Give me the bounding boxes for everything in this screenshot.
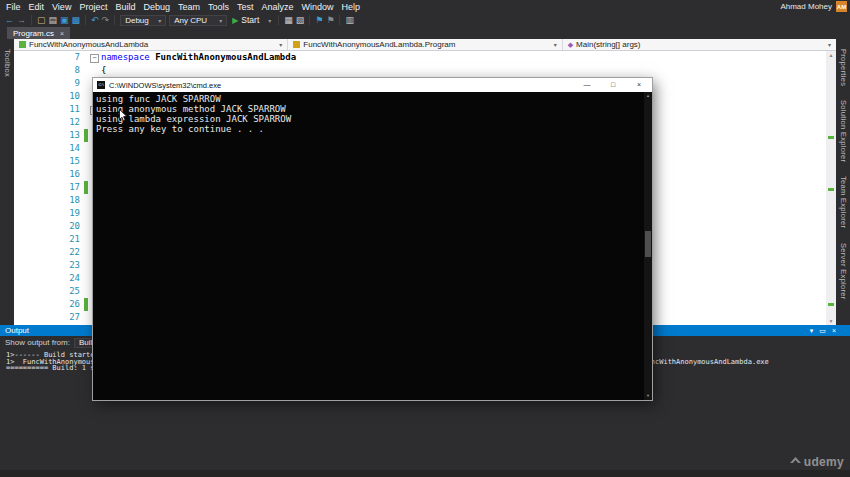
scroll-down-icon[interactable]: ▼	[826, 318, 836, 324]
output-panel-title: Output	[5, 326, 29, 335]
menu-item-help[interactable]: Help	[338, 2, 365, 12]
nav-forward-icon[interactable]: →	[17, 14, 26, 26]
menu-bar: FileEditViewProjectBuildDebugTeamToolsTe…	[0, 0, 850, 13]
line-number: 21	[50, 233, 82, 246]
panel-tab-team-explorer[interactable]: Team Explorer	[839, 176, 848, 228]
menu-item-tools[interactable]: Tools	[204, 2, 233, 12]
right-tool-strip: PropertiesSolution ExplorerTeam Explorer…	[836, 39, 850, 325]
toolbar-separator	[278, 15, 279, 25]
maximize-button[interactable]: □	[600, 78, 626, 92]
line-number: 13	[50, 129, 82, 142]
comment-icon[interactable]: ▥	[345, 14, 354, 26]
bookmark-alt-icon[interactable]: ⚑	[326, 14, 334, 26]
app-window: FileEditViewProjectBuildDebugTeamToolsTe…	[0, 0, 850, 477]
change-mark	[828, 303, 834, 306]
scroll-up-icon[interactable]: ▲	[644, 93, 652, 99]
line-number: 23	[50, 259, 82, 272]
line-number: 26	[50, 298, 82, 311]
fold-margin[interactable]: −	[88, 51, 101, 64]
new-project-icon[interactable]: ▢	[37, 14, 46, 26]
user-name[interactable]: Ahmad Mohey	[780, 2, 832, 11]
console-line: using lambda expression JACK SPARROW	[96, 114, 644, 124]
close-button[interactable]: ×	[626, 78, 652, 92]
toolbar-separator	[31, 15, 32, 25]
left-tool-strip: Toolbox	[0, 39, 14, 325]
close-icon[interactable]: ×	[60, 30, 64, 37]
menu-item-analyze[interactable]: Analyze	[258, 2, 298, 12]
chevron-down-icon: ▾	[158, 17, 161, 24]
scroll-up-icon[interactable]: ▲	[826, 52, 836, 58]
cmd-icon: C:\	[97, 81, 105, 89]
code-text: namespace FuncWithAnonymousAndLambda	[101, 51, 826, 64]
fold-margin	[88, 64, 101, 77]
platform-dropdown[interactable]: Any CPU ▾	[169, 15, 227, 26]
panel-tab-server-explorer[interactable]: Server Explorer	[839, 243, 848, 300]
chevron-down-icon: ▾	[828, 41, 831, 48]
scrollbar-thumb[interactable]	[645, 231, 651, 257]
save-all-icon[interactable]: ▩	[72, 14, 81, 26]
line-number: 9	[50, 77, 82, 90]
line-number: 7	[50, 51, 82, 64]
line-number: 22	[50, 246, 82, 259]
panel-tab-toolbox[interactable]: Toolbox	[3, 49, 12, 77]
member-dropdown[interactable]: ◆ Main(string[] args) ▾	[563, 39, 836, 50]
editor-line[interactable]: 8{	[14, 64, 826, 77]
menu-item-test[interactable]: Test	[233, 2, 258, 12]
editor-scrollbar[interactable]: ▲ ▼	[826, 51, 836, 325]
line-number: 25	[50, 285, 82, 298]
line-number: 11	[50, 103, 82, 116]
save-icon[interactable]: ▣	[60, 14, 69, 26]
project-dropdown[interactable]: FuncWithAnonymousAndLambda ▾	[14, 39, 288, 50]
toolbar-separator	[85, 15, 86, 25]
configuration-dropdown[interactable]: Debug ▾	[120, 15, 166, 26]
undo-icon[interactable]: ↶	[91, 14, 99, 26]
mouse-cursor	[119, 109, 128, 122]
start-debugging-button[interactable]: ▶ Start ▾	[232, 15, 271, 25]
console-titlebar[interactable]: C:\ C:\WINDOWS\system32\cmd.exe —□×	[93, 78, 652, 92]
menu-item-window[interactable]: Window	[298, 2, 338, 12]
console-scrollbar[interactable]: ▲ ▼	[644, 92, 652, 400]
menu-item-file[interactable]: File	[2, 2, 25, 12]
close-icon[interactable]: ×	[832, 325, 836, 337]
line-number: 24	[50, 272, 82, 285]
console-line: Press any key to continue . . .	[96, 124, 644, 134]
menu-item-debug[interactable]: Debug	[139, 2, 174, 12]
menu-item-project[interactable]: Project	[75, 2, 111, 12]
open-file-icon[interactable]: ▤	[49, 14, 58, 26]
panel-tab-properties[interactable]: Properties	[839, 49, 848, 86]
avatar[interactable]: AM	[836, 1, 847, 12]
menu-item-edit[interactable]: Edit	[25, 2, 49, 12]
class-icon	[293, 41, 300, 48]
show-output-from-label: Show output from:	[5, 338, 70, 347]
chevron-down-icon[interactable]: ▾	[810, 325, 814, 337]
method-icon: ◆	[568, 41, 573, 49]
line-number: 27	[50, 311, 82, 324]
minimize-button[interactable]: —	[574, 78, 600, 92]
find-icon[interactable]: ▧	[296, 14, 305, 26]
menu-item-team[interactable]: Team	[174, 2, 204, 12]
bookmark-icon[interactable]: ⚑	[315, 14, 323, 26]
scroll-down-icon[interactable]: ▼	[644, 393, 652, 399]
class-dropdown[interactable]: FuncWithAnonymousAndLambda.Program ▾	[288, 39, 562, 50]
chevron-down-icon: ▾	[219, 17, 222, 24]
chevron-down-icon: ▾	[279, 41, 282, 48]
project-icon	[19, 41, 26, 48]
run-tests-icon[interactable]: ▦	[284, 14, 293, 26]
line-number: 15	[50, 155, 82, 168]
fold-collapse-icon[interactable]: −	[90, 54, 99, 63]
status-strip	[0, 470, 850, 477]
panel-tab-solution-explorer[interactable]: Solution Explorer	[839, 100, 848, 162]
console-line: using func JACK SPARROW	[96, 94, 644, 104]
menu-item-view[interactable]: View	[48, 2, 75, 12]
change-mark	[828, 188, 834, 191]
change-mark	[828, 136, 834, 139]
line-number: 18	[50, 194, 82, 207]
redo-icon[interactable]: ↷	[102, 14, 110, 26]
menu-item-build[interactable]: Build	[111, 2, 139, 12]
float-window-icon[interactable]: ▭	[819, 325, 826, 337]
nav-back-icon[interactable]: ←	[5, 14, 14, 26]
chevron-down-icon: ▾	[554, 41, 557, 48]
editor-line[interactable]: 7−namespace FuncWithAnonymousAndLambda	[14, 51, 826, 64]
tab-program-cs[interactable]: Program.cs ×	[7, 27, 70, 39]
line-number: 8	[50, 64, 82, 77]
